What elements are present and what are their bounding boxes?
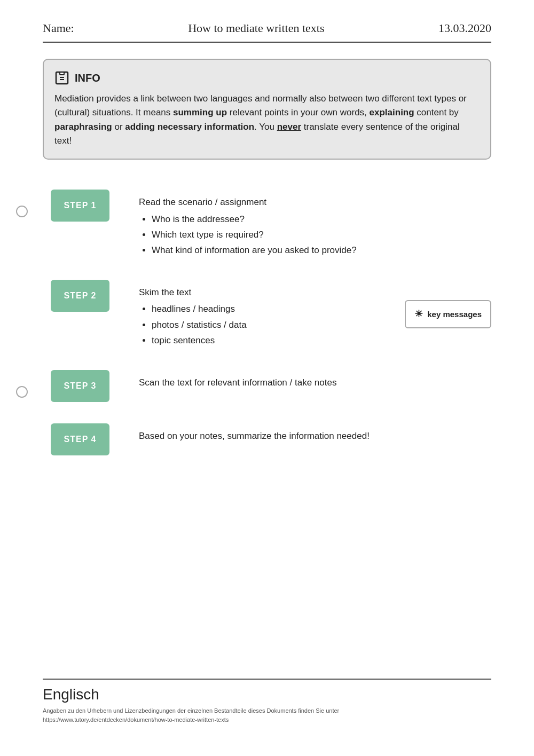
step1-badge: STEP 1 [51,190,109,222]
step1-wrapper: STEP 1 Read the scenario / assignment Wh… [43,179,491,269]
name-label: Name: [43,21,74,35]
svg-rect-1 [60,72,64,75]
step3-badge: STEP 3 [51,370,109,402]
step2-wrapper: STEP 2 Skim the text headlines / heading… [43,269,491,359]
step2-badge: STEP 2 [51,280,109,312]
step2-row: STEP 2 Skim the text headlines / heading… [43,269,491,359]
header: Name: How to mediate written texts 13.03… [43,21,491,43]
list-item: topic sentences [152,333,394,348]
step2-left: STEP 2 [43,280,117,312]
credits-line2: https://www.tutory.de/entdecken/dokument… [43,716,229,723]
step4-content: Based on your notes, summarize the infor… [139,423,491,443]
step3-intro: Scan the text for relevant information /… [139,375,491,390]
side-circle-step1 [16,206,28,217]
step3-wrapper: STEP 3 Scan the text for relevant inform… [43,359,491,413]
list-item: Who is the addressee? [152,212,491,226]
step2-content: Skim the text headlines / headings photo… [139,280,491,349]
step2-list-section: Skim the text headlines / headings photo… [139,285,394,349]
key-messages-badge: ☀ key messages [405,300,491,328]
page-title: How to mediate written texts [188,21,324,35]
step1-list: Who is the addressee? Which text type is… [152,212,491,258]
step2-content-wrapper: Skim the text headlines / headings photo… [139,285,491,349]
step4-wrapper: STEP 4 Based on your notes, summarize th… [43,413,491,466]
footer-subject: Englisch [43,686,491,703]
side-circle-step3 [16,386,28,398]
key-messages-label: key messages [427,308,482,321]
credits-line1: Angaben zu den Urhebern und Lizenzbeding… [43,707,339,714]
info-box: INFO Mediation provides a link between t… [43,59,491,160]
footer-credits: Angaben zu den Urhebern und Lizenzbeding… [43,706,491,724]
steps-section: STEP 1 Read the scenario / assignment Wh… [43,179,491,466]
info-icon [54,70,69,85]
list-item: headlines / headings [152,302,394,316]
list-item: What kind of information are you asked t… [152,243,491,257]
step2-list: headlines / headings photos / statistics… [152,302,394,348]
step1-left: STEP 1 [43,190,117,222]
step4-badge: STEP 4 [51,423,109,455]
step3-left: STEP 3 [43,370,117,402]
info-text: Mediation provides a link between two la… [54,92,477,148]
page-container: Name: How to mediate written texts 13.03… [0,0,534,498]
list-item: photos / statistics / data [152,318,394,332]
footer-divider [43,679,491,680]
step4-intro: Based on your notes, summarize the infor… [139,429,491,443]
header-date: 13.03.2020 [438,21,491,35]
info-header: INFO [54,70,477,85]
step3-row: STEP 3 Scan the text for relevant inform… [43,359,491,413]
step2-intro: Skim the text [139,285,394,300]
step1-intro: Read the scenario / assignment [139,195,491,209]
step1-row: STEP 1 Read the scenario / assignment Wh… [43,179,491,269]
footer: Englisch Angaben zu den Urhebern und Liz… [43,679,491,724]
step4-left: STEP 4 [43,423,117,455]
step4-row: STEP 4 Based on your notes, summarize th… [43,413,491,466]
step1-content: Read the scenario / assignment Who is th… [139,190,491,258]
info-label: INFO [75,72,100,84]
list-item: Which text type is required? [152,227,491,242]
bulb-icon: ☀ [414,306,423,322]
step3-content: Scan the text for relevant information /… [139,370,491,390]
